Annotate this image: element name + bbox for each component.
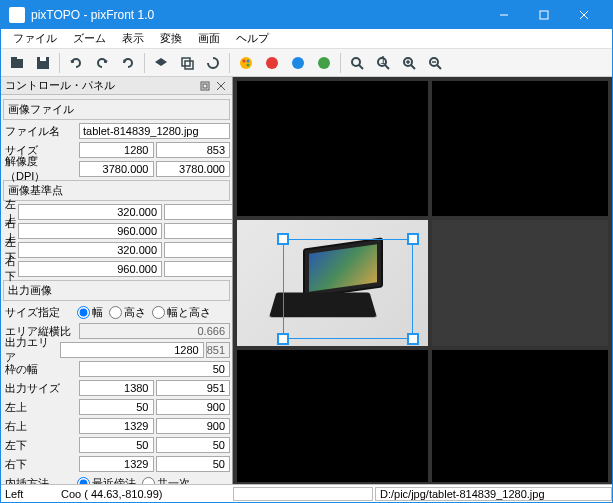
handle-br[interactable] [407, 333, 419, 345]
zoom-in-icon[interactable] [397, 51, 421, 75]
separator [144, 53, 145, 73]
minimize-button[interactable] [484, 1, 524, 29]
maximize-button[interactable] [524, 1, 564, 29]
menu-zoom[interactable]: ズーム [65, 29, 114, 48]
color-red-icon[interactable] [260, 51, 284, 75]
window-title: pixTOPO - pixFront 1.0 [31, 8, 484, 22]
radio-bilinear[interactable]: 共一次 [142, 476, 190, 485]
handle-bl[interactable] [277, 333, 289, 345]
menubar: ファイル ズーム 表示 変換 画面 ヘルプ [1, 29, 612, 49]
selection-box[interactable] [283, 239, 413, 339]
svg-point-21 [352, 58, 360, 66]
svg-text:1: 1 [380, 55, 386, 66]
svg-rect-5 [11, 57, 17, 60]
palette-icon[interactable] [234, 51, 258, 75]
svg-point-15 [243, 59, 246, 62]
outsize-w: 1380 [79, 380, 154, 396]
duplicate-icon[interactable] [175, 51, 199, 75]
zoom-fit-icon[interactable] [345, 51, 369, 75]
filename-value: tablet-814839_1280.jpg [79, 123, 230, 139]
svg-line-22 [359, 65, 363, 69]
svg-marker-11 [155, 58, 167, 66]
image-viewport[interactable] [233, 77, 612, 484]
size-h: 853 [156, 142, 231, 158]
br-label: 右下 [3, 254, 16, 284]
svg-point-20 [318, 57, 330, 69]
outsize-h: 951 [156, 380, 231, 396]
svg-point-19 [292, 57, 304, 69]
out-tr-y: 900 [156, 418, 231, 434]
handle-tl[interactable] [277, 233, 289, 245]
radio-width[interactable]: 幅 [77, 305, 103, 320]
radio-height[interactable]: 高さ [109, 305, 146, 320]
control-panel: コントロール・パネル 画像ファイル ファイル名tablet-814839_128… [1, 77, 233, 484]
svg-rect-7 [40, 57, 46, 61]
out-tl-label: 左上 [3, 400, 77, 415]
color-blue-icon[interactable] [286, 51, 310, 75]
svg-point-16 [247, 59, 250, 62]
menu-help[interactable]: ヘルプ [228, 29, 277, 48]
menu-view[interactable]: 表示 [114, 29, 152, 48]
out-tl-y: 900 [156, 399, 231, 415]
svg-rect-34 [203, 84, 207, 88]
menu-file[interactable]: ファイル [5, 29, 65, 48]
close-button[interactable] [564, 1, 604, 29]
basis-tr-x[interactable] [18, 223, 162, 239]
open-icon[interactable] [5, 51, 29, 75]
basis-tl-y[interactable] [164, 204, 232, 220]
section-image-file: 画像ファイル [3, 99, 230, 120]
svg-rect-33 [201, 82, 209, 90]
reload-icon[interactable] [116, 51, 140, 75]
out-br-x: 1329 [79, 456, 154, 472]
handle-tr[interactable] [407, 233, 419, 245]
out-br-label: 右下 [3, 457, 77, 472]
undock-icon[interactable] [198, 79, 212, 93]
layer-icon[interactable] [149, 51, 173, 75]
out-tl-x: 50 [79, 399, 154, 415]
border-value[interactable] [79, 361, 230, 377]
section-output: 出力画像 [3, 280, 230, 301]
rotate-icon[interactable] [201, 51, 225, 75]
separator [229, 53, 230, 73]
svg-line-32 [437, 65, 441, 69]
svg-point-14 [240, 57, 252, 69]
save-icon[interactable] [31, 51, 55, 75]
menu-transform[interactable]: 変換 [152, 29, 190, 48]
titlebar: pixTOPO - pixFront 1.0 [1, 1, 612, 29]
sizespec-label: サイズ指定 [3, 305, 77, 320]
app-icon [9, 7, 25, 23]
outsize-label: 出力サイズ [3, 381, 77, 396]
toolbar: 1 [1, 49, 612, 77]
basis-tl-x[interactable] [18, 204, 162, 220]
radio-nearest[interactable]: 最近傍法 [77, 476, 136, 485]
out-bl-label: 左下 [3, 438, 77, 453]
panel-header: コントロール・パネル [1, 77, 232, 95]
out-tr-x: 1329 [79, 418, 154, 434]
status-left: Left [1, 488, 61, 500]
radio-wh[interactable]: 幅と高さ [152, 305, 211, 320]
close-panel-icon[interactable] [214, 79, 228, 93]
status-coo: Coo ( 44.63,-810.99) [61, 488, 231, 500]
svg-rect-1 [540, 11, 548, 19]
basis-bl-y[interactable] [164, 242, 232, 258]
menu-image[interactable]: 画面 [190, 29, 228, 48]
outarea-w[interactable] [60, 342, 204, 358]
statusbar: Left Coo ( 44.63,-810.99) D:/pic/jpg/tab… [1, 484, 612, 502]
zoom-out-icon[interactable] [423, 51, 447, 75]
color-green-icon[interactable] [312, 51, 336, 75]
zoom-1to1-icon[interactable]: 1 [371, 51, 395, 75]
outarea-h: 851 [206, 342, 230, 358]
dpi-y: 3780.000 [156, 161, 231, 177]
out-bl-x: 50 [79, 437, 154, 453]
basis-br-y[interactable] [164, 261, 232, 277]
separator [340, 53, 341, 73]
dpi-label: 解像度（DPI） [3, 154, 77, 184]
svg-rect-12 [182, 58, 190, 66]
basis-bl-x[interactable] [18, 242, 162, 258]
status-empty [233, 487, 373, 501]
redo-icon[interactable] [90, 51, 114, 75]
border-label: 枠の幅 [3, 362, 77, 377]
undo-icon[interactable] [64, 51, 88, 75]
basis-tr-y[interactable] [164, 223, 232, 239]
basis-br-x[interactable] [18, 261, 162, 277]
